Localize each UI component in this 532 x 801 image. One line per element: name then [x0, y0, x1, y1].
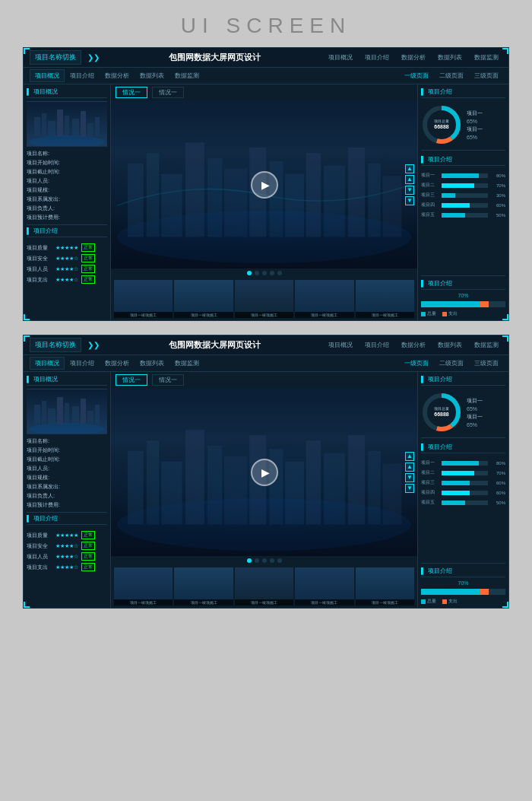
legend-total-2: 总量 [421, 598, 436, 605]
thumb-item-1-3[interactable]: 项目一竣项施工 [235, 280, 293, 318]
level1-tab-2[interactable]: 一级页面 [401, 358, 432, 368]
dot-2-4[interactable] [270, 558, 274, 563]
tab-analysis-2[interactable]: 数据分析 [100, 357, 135, 370]
arrow-up-2[interactable]: ▲ [405, 452, 414, 461]
main-content-1: 项目概况 [24, 84, 508, 320]
top-tab-analysis-2[interactable]: 数据分析 [397, 339, 429, 351]
tab-intro-1[interactable]: 项目介绍 [65, 69, 100, 82]
top-tab-monitor-2[interactable]: 数据监测 [470, 339, 502, 351]
tab-monitor-2[interactable]: 数据监测 [169, 357, 204, 370]
play-icon-1: ▶ [261, 179, 270, 191]
svg-rect-4 [57, 110, 63, 136]
svg-rect-40 [87, 411, 93, 424]
donut-container-1: 项目总量 66888 项目一 65% 项目一 65% [421, 104, 505, 145]
right-panel-2: 项目介绍 项目总量 66888 项目一 65% 项目一 65% 项目介绍 [417, 372, 508, 608]
level2-tab-1[interactable]: 二级页面 [435, 71, 467, 81]
top-tab-analysis-1[interactable]: 数据分析 [397, 52, 429, 63]
play-button-2[interactable]: ▶ [251, 459, 278, 486]
bar-row-2-2: 项目二 70% [421, 469, 505, 476]
arrow-down2-2[interactable]: ▼ [405, 484, 414, 493]
main-content-2: 项目概况 [24, 372, 508, 608]
top-tab-intro-2[interactable]: 项目介绍 [361, 339, 393, 351]
donut-chart-1: 项目总量 66888 [421, 104, 462, 145]
level2-tab-2[interactable]: 二级页面 [435, 358, 467, 368]
tab-overview-2[interactable]: 项目概况 [30, 357, 65, 370]
sit-tab-1-2[interactable]: 情况一 [152, 87, 184, 98]
video-area-2[interactable]: ▶ ▲ ▲ ▼ ▼ [111, 388, 417, 556]
section-header-budget-2: 项目介绍 [421, 567, 505, 577]
video-area-1[interactable]: ▶ ▲ ▲ ▼ ▼ [111, 100, 417, 269]
situation-tabs-2: 情况一 情况一 [111, 372, 417, 388]
top-tab-list-1[interactable]: 数据列表 [434, 52, 466, 63]
dot-2-3[interactable] [262, 558, 267, 563]
project-switch-2[interactable]: 项目名称切换 [30, 338, 81, 352]
budget-label-2: 70% [421, 580, 505, 586]
sit-tab-2-1[interactable]: 情况一 [116, 374, 147, 386]
dot-1-3[interactable] [262, 271, 267, 275]
arrow-up2-2[interactable]: ▲ [405, 462, 414, 472]
tab-intro-2[interactable]: 项目介绍 [65, 357, 100, 370]
dot-1-1[interactable] [247, 271, 252, 275]
level3-tab-1[interactable]: 三级页面 [470, 71, 502, 81]
arrow-down-1[interactable]: ▼ [405, 186, 414, 195]
dot-1-5[interactable] [277, 271, 282, 275]
donut-info-2: 项目一 65% 项目一 65% [467, 397, 483, 428]
thumb-item-1-5[interactable]: 项目一竣项施工 [356, 280, 414, 318]
thumbnail-1 [27, 101, 107, 147]
bar-chart-1: 项目一 80% 项目二 70% 项目三 [421, 172, 505, 272]
info-row-end: 项目截止时间: [27, 168, 107, 176]
arrow-up2-1[interactable]: ▲ [405, 175, 414, 184]
dot-1-2[interactable] [255, 271, 259, 275]
arrow-down-2[interactable]: ▼ [405, 473, 414, 482]
thumb-item-1-4[interactable]: 项目一竣项施工 [295, 280, 353, 318]
tab-overview-1[interactable]: 项目概况 [30, 69, 65, 82]
thumb-item-2-3[interactable]: 项目一竣项施工 [235, 567, 293, 606]
level1-tab-1[interactable]: 一级页面 [401, 71, 432, 81]
section-header-bar-2: 项目介绍 [421, 443, 505, 453]
top-tab-overview-1[interactable]: 项目概况 [325, 52, 356, 63]
top-tab-intro-1[interactable]: 项目介绍 [361, 52, 393, 63]
info-row-person: 项目人员: [27, 177, 107, 185]
top-nav-1: 项目名称切换 ❯❯ 包围网数据大屏网页设计 项目概况 项目介绍 数据分析 数据列… [24, 48, 508, 68]
svg-rect-36 [57, 397, 63, 424]
sit-tab-2-2[interactable]: 情况一 [152, 374, 184, 386]
play-button-1[interactable]: ▶ [251, 171, 278, 199]
dot-1-4[interactable] [270, 271, 274, 275]
project-switch-1[interactable]: 项目名称切换 [30, 50, 81, 65]
tab-list-1[interactable]: 数据列表 [135, 69, 169, 82]
ui-card-1: 项目名称切换 ❯❯ 包围网数据大屏网页设计 项目概况 项目介绍 数据分析 数据列… [23, 47, 509, 321]
thumb-item-1-1[interactable]: 项目一竣项施工 [114, 280, 173, 318]
tab-list-2[interactable]: 数据列表 [135, 357, 169, 370]
bar-row-2-4: 项目四 60% [421, 489, 505, 496]
info-row-end-2: 项目截止时间: [27, 456, 107, 463]
rating-section-2: 项目质量 ★★★★★ 正常 项目安全 ★★★★☆ 正常 项目人员 ★★★★☆ 正… [27, 531, 107, 574]
tab-monitor-1[interactable]: 数据监测 [169, 69, 204, 82]
legend-dot-orange-1 [442, 312, 447, 316]
budget-section-1: 项目介绍 70% 总量 支出 [421, 275, 505, 317]
arrow-up-1[interactable]: ▲ [405, 164, 414, 173]
svg-text:项目总量: 项目总量 [434, 406, 449, 411]
dot-2-2[interactable] [255, 558, 259, 563]
level3-tab-2[interactable]: 三级页面 [470, 358, 502, 368]
thumb-item-1-2[interactable]: 项目一竣项施工 [174, 280, 233, 318]
top-tab-overview-2[interactable]: 项目概况 [325, 339, 356, 351]
dot-2-5[interactable] [277, 558, 282, 563]
thumb-item-2-5[interactable]: 项目一竣项施工 [356, 567, 414, 606]
sit-tab-1-1[interactable]: 情况一 [116, 87, 147, 98]
info-row-scale: 项目规模: [27, 186, 107, 194]
svg-rect-7 [81, 111, 86, 136]
svg-rect-35 [48, 408, 55, 424]
info-row-dept: 项目系属发出: [27, 195, 107, 203]
info-row-start: 项目开始时间: [27, 159, 107, 167]
thumb-item-2-2[interactable]: 项目一竣项施工 [174, 567, 233, 606]
top-tab-monitor-1[interactable]: 数据监测 [470, 52, 502, 63]
thumb-item-2-4[interactable]: 项目一竣项施工 [295, 567, 353, 606]
top-tab-list-2[interactable]: 数据列表 [434, 339, 466, 351]
legend-dot-cyan-1 [421, 312, 426, 316]
arrow-down2-1[interactable]: ▼ [405, 196, 414, 205]
svg-rect-39 [81, 399, 86, 424]
thumb-item-2-1[interactable]: 项目一竣项施工 [114, 567, 173, 606]
dot-2-1[interactable] [247, 558, 252, 563]
center-panel-1: 情况一 情况一 [111, 84, 417, 320]
tab-analysis-1[interactable]: 数据分析 [100, 69, 135, 82]
